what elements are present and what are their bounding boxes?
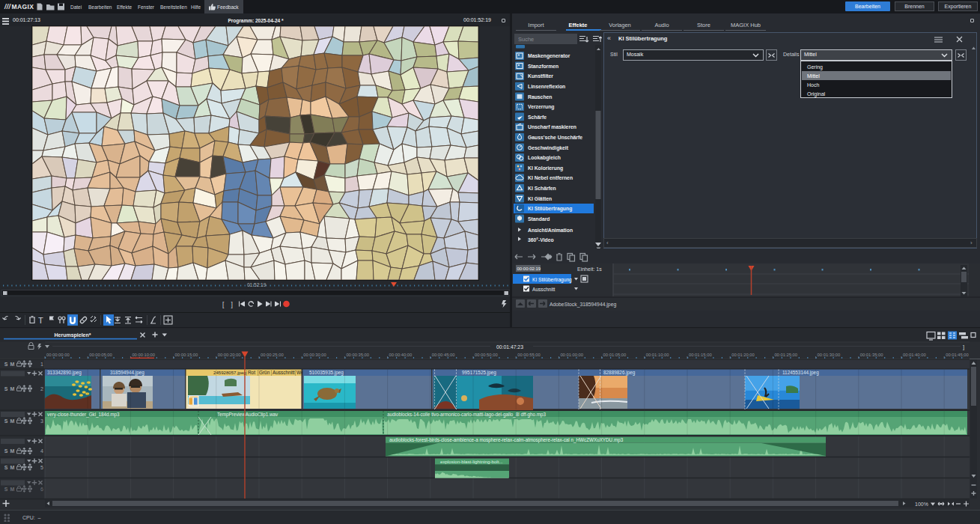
svg-text:245928057.jpeg: 245928057.jpeg <box>213 370 246 375</box>
svg-text:Einheit: 1s: Einheit: 1s <box>577 266 602 272</box>
svg-text:00:00:02:19: 00:00:02:19 <box>517 266 541 271</box>
svg-text:1124553144.jpeg: 1124553144.jpeg <box>782 370 819 376</box>
svg-text:Ausschnitt: Ausschnitt <box>532 287 556 292</box>
svg-text:510035935.jpeg: 510035935.jpeg <box>309 370 344 376</box>
svg-text:00:00:45;00: 00:00:45;00 <box>432 353 455 357</box>
svg-text:5: 5 <box>40 465 43 470</box>
svg-text:KI Stilübertragung: KI Stilübertragung <box>532 277 572 283</box>
svg-text:Herumspielen*: Herumspielen* <box>54 332 91 338</box>
svg-text:Verzerrung: Verzerrung <box>528 104 555 110</box>
svg-text:00:00:15;00: 00:00:15;00 <box>175 353 198 357</box>
svg-text:audioblocks-14-colle tivo-armo: audioblocks-14-colle tivo-armonico-carlo… <box>387 412 546 418</box>
svg-text:AdobeStock_318594944.jpeg: AdobeStock_318594944.jpeg <box>550 302 616 308</box>
svg-text:4: 4 <box>40 448 43 454</box>
svg-text:100%: 100% <box>915 502 928 507</box>
svg-text:KI Glätten: KI Glätten <box>528 196 552 201</box>
svg-text:M: M <box>10 448 15 454</box>
svg-text:S: S <box>4 465 8 470</box>
svg-text:Kunstfilter: Kunstfilter <box>528 73 553 79</box>
svg-text:M: M <box>10 465 15 470</box>
svg-text:995171525.jpeg: 995171525.jpeg <box>462 370 496 376</box>
svg-text:318594944.jpeg: 318594944.jpeg <box>110 370 144 376</box>
svg-text:00:00:40;00: 00:00:40;00 <box>389 353 413 357</box>
svg-text:00:00:25;00: 00:00:25;00 <box>261 353 284 357</box>
svg-text:82889826.jpeg: 82889826.jpeg <box>603 370 636 376</box>
svg-text:KI Nebel entfernen: KI Nebel entfernen <box>528 175 573 180</box>
svg-text:00:01:10;00: 00:01:10;00 <box>646 353 669 357</box>
svg-text:Rot: Rot <box>248 370 255 375</box>
svg-text:00:00:20;00: 00:00:20;00 <box>218 353 241 357</box>
svg-text:3: 3 <box>40 418 43 424</box>
svg-text:00:01:40;00: 00:01:40;00 <box>903 353 926 357</box>
svg-text:1: 1 <box>40 362 43 367</box>
svg-text:00:01:47:23: 00:01:47:23 <box>496 344 523 350</box>
svg-text:00:01:20;00: 00:01:20;00 <box>731 353 755 357</box>
svg-text:00:00:35;00: 00:00:35;00 <box>346 353 369 357</box>
svg-text:T: T <box>38 316 43 325</box>
svg-text:00:01:25;00: 00:01:25;00 <box>774 353 797 357</box>
svg-text:S: S <box>4 418 8 424</box>
svg-text:00:01:05;00: 00:01:05;00 <box>603 353 627 357</box>
svg-text:Standard: Standard <box>528 216 550 222</box>
svg-text:00:01:35;00: 00:01:35;00 <box>860 353 883 357</box>
svg-text:TempPreviewAudioClip1.wav: TempPreviewAudioClip1.wav <box>217 412 279 418</box>
svg-text:Ansicht/Animation: Ansicht/Animation <box>528 228 573 233</box>
svg-text:00:01:45;00: 00:01:45;00 <box>946 353 969 357</box>
svg-text:Rauschen: Rauschen <box>528 94 552 100</box>
svg-text:00:00:50;00: 00:00:50;00 <box>475 353 498 357</box>
svg-text:360°-Video: 360°-Video <box>528 237 554 243</box>
svg-text:explosion-blast-lightning-bolt: explosion-blast-lightning-bolt... <box>440 459 503 464</box>
svg-text:Stanzformen: Stanzformen <box>528 64 559 69</box>
svg-text:Maskengenerator: Maskengenerator <box>528 53 570 59</box>
svg-text:Ausschnitt: Ausschnitt <box>273 370 295 375</box>
svg-text:M: M <box>10 386 15 392</box>
svg-text:313342890.jpeg: 313342890.jpeg <box>47 370 82 376</box>
svg-text:6: 6 <box>40 487 43 492</box>
svg-text:Linsenreflexion: Linsenreflexion <box>528 84 565 89</box>
svg-text:Lookabgleich: Lookabgleich <box>528 155 561 161</box>
svg-text:00:00:55;00: 00:00:55;00 <box>517 353 541 357</box>
svg-text:KI Stilübertragung: KI Stilübertragung <box>528 206 572 212</box>
svg-text:S: S <box>4 386 8 392</box>
svg-text:S: S <box>4 487 8 492</box>
svg-text:00:00:10;00: 00:00:10;00 <box>132 353 155 357</box>
svg-text:]: ] <box>963 344 964 350</box>
svg-text:Grün: Grün <box>259 370 270 375</box>
svg-text:M: M <box>10 487 15 492</box>
svg-text:00:00:05;00: 00:00:05;00 <box>89 353 112 357</box>
svg-text:KI Kolorierung: KI Kolorierung <box>528 165 563 171</box>
svg-text:KI Schärfen: KI Schärfen <box>528 186 556 191</box>
svg-text:00:00:30;00: 00:00:30;00 <box>303 353 326 357</box>
svg-text:M: M <box>10 362 15 367</box>
svg-text:2: 2 <box>40 386 43 392</box>
svg-text:00:01:15;00: 00:01:15;00 <box>689 353 712 357</box>
svg-text:Unscharf maskieren: Unscharf maskieren <box>528 124 576 130</box>
svg-text:S: S <box>4 362 8 367</box>
svg-text:Geschwindigkeit: Geschwindigkeit <box>528 145 569 151</box>
svg-text:very-close-thunder_Gkl_184d.mp: very-close-thunder_Gkl_184d.mp3 <box>47 412 120 418</box>
svg-text:audioblocks-forest-birds-close: audioblocks-forest-birds-close-ambience-… <box>389 437 624 443</box>
svg-text:M: M <box>10 418 15 424</box>
svg-text:Schärfe: Schärfe <box>528 115 547 120</box>
svg-text:00:01:00;00: 00:01:00;00 <box>560 353 583 357</box>
svg-text:00:00:00:00: 00:00:00:00 <box>46 353 70 357</box>
svg-text:00:01:30;00: 00:01:30;00 <box>818 353 841 357</box>
svg-text:Gauss'sche Unschärfe: Gauss'sche Unschärfe <box>528 135 582 140</box>
svg-text:S: S <box>4 448 8 454</box>
